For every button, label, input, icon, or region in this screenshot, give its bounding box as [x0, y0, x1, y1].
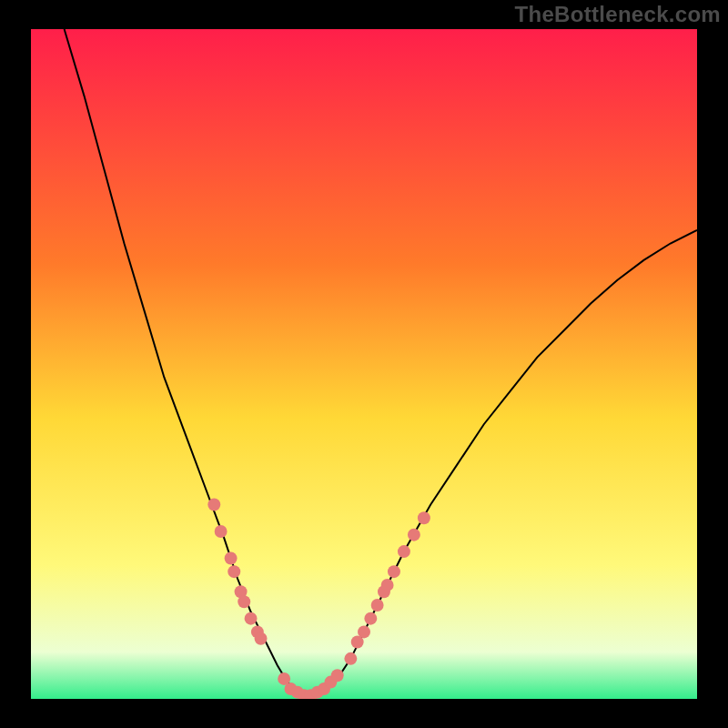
marker-dot [344, 652, 357, 665]
marker-dot [331, 669, 344, 682]
watermark-text: TheBottleneck.com [515, 2, 721, 27]
marker-dot [238, 595, 250, 608]
marker-dot [388, 565, 400, 578]
marker-dot [225, 551, 238, 564]
marker-dot [381, 579, 394, 592]
plot-svg [31, 29, 697, 699]
marker-dot [207, 499, 220, 511]
marker-dot [358, 625, 370, 638]
gradient-background [31, 29, 697, 699]
marker-dot [228, 565, 240, 578]
marker-dot [398, 545, 410, 558]
marker-dot [255, 632, 268, 645]
chart-frame: TheBottleneck.com [0, 0, 728, 728]
plot-area [31, 29, 697, 699]
marker-dot [245, 612, 258, 625]
marker-dot [364, 612, 377, 625]
marker-dot [418, 511, 430, 524]
marker-dot [408, 529, 420, 541]
marker-dot [215, 525, 228, 538]
marker-dot [371, 599, 384, 612]
